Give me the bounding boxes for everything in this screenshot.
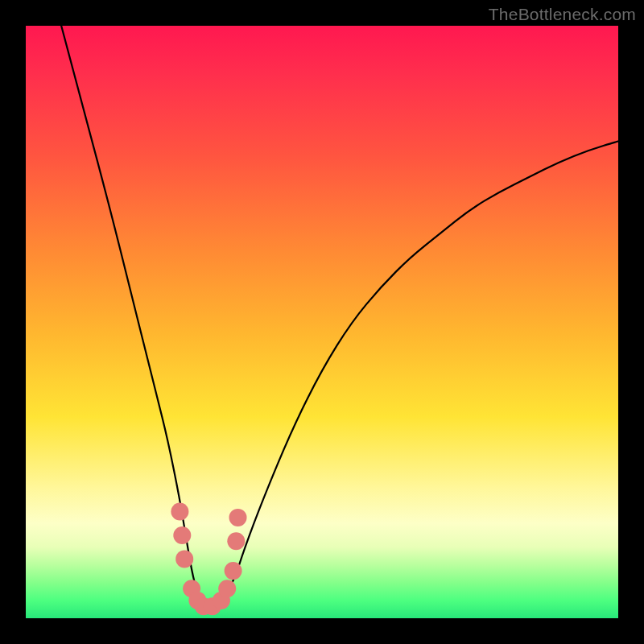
chart-svg bbox=[26, 26, 618, 618]
highlight-dot bbox=[218, 580, 236, 597]
bottleneck-curve bbox=[61, 26, 618, 606]
watermark-text: TheBottleneck.com bbox=[489, 5, 636, 24]
frame: TheBottleneck.com bbox=[0, 0, 644, 644]
highlight-dot bbox=[225, 562, 242, 580]
highlight-dot bbox=[229, 509, 247, 526]
highlight-dots bbox=[171, 503, 246, 616]
chart-plot-area bbox=[26, 26, 618, 618]
highlight-dot bbox=[227, 532, 245, 550]
highlight-dot bbox=[173, 526, 191, 544]
highlight-dot bbox=[171, 503, 188, 521]
highlight-dot bbox=[175, 550, 193, 568]
